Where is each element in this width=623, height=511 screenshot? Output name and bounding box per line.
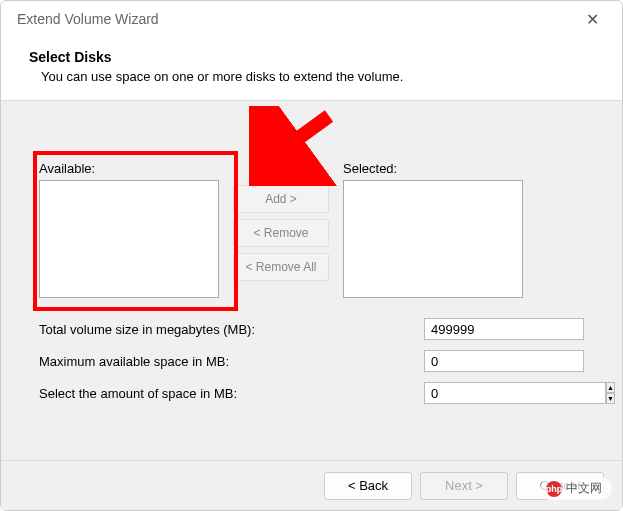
select-space-input[interactable] — [424, 382, 606, 404]
header-section: Select Disks You can use space on one or… — [1, 37, 622, 101]
cancel-button[interactable]: Cancel — [516, 472, 604, 500]
content-area: Available: Add > < Remove < Remove All S… — [1, 101, 622, 460]
select-space-row: Select the amount of space in MB: ▲ ▼ — [39, 382, 584, 404]
add-button[interactable]: Add > — [233, 185, 329, 213]
spinner-buttons: ▲ ▼ — [606, 382, 615, 404]
page-subtitle: You can use space on one or more disks t… — [29, 69, 594, 84]
back-button[interactable]: < Back — [324, 472, 412, 500]
remove-button[interactable]: < Remove — [233, 219, 329, 247]
next-button[interactable]: Next > — [420, 472, 508, 500]
transfer-buttons: Add > < Remove < Remove All — [233, 161, 329, 298]
wizard-footer: < Back Next > Cancel — [1, 460, 622, 510]
total-size-label: Total volume size in megabytes (MB): — [39, 322, 255, 337]
available-label: Available: — [39, 161, 219, 176]
close-icon: ✕ — [586, 10, 599, 29]
info-rows: Total volume size in megabytes (MB): 499… — [39, 318, 584, 404]
titlebar: Extend Volume Wizard ✕ — [1, 1, 622, 37]
selected-label: Selected: — [343, 161, 523, 176]
page-title: Select Disks — [29, 49, 594, 65]
select-space-label: Select the amount of space in MB: — [39, 386, 237, 401]
remove-all-button[interactable]: < Remove All — [233, 253, 329, 281]
svg-line-1 — [267, 116, 329, 161]
close-button[interactable]: ✕ — [574, 5, 610, 33]
spin-up-button[interactable]: ▲ — [606, 382, 615, 393]
spin-down-button[interactable]: ▼ — [606, 393, 615, 404]
available-column: Available: — [39, 161, 219, 298]
max-space-label: Maximum available space in MB: — [39, 354, 229, 369]
total-size-row: Total volume size in megabytes (MB): 499… — [39, 318, 584, 340]
selected-listbox[interactable] — [343, 180, 523, 298]
disk-selection-panel: Available: Add > < Remove < Remove All S… — [39, 161, 584, 298]
window-title: Extend Volume Wizard — [17, 11, 159, 27]
max-space-value: 0 — [424, 350, 584, 372]
wizard-window: Extend Volume Wizard ✕ Select Disks You … — [0, 0, 623, 511]
available-listbox[interactable] — [39, 180, 219, 298]
max-space-row: Maximum available space in MB: 0 — [39, 350, 584, 372]
selected-column: Selected: — [343, 161, 523, 298]
select-space-spinner: ▲ ▼ — [424, 382, 584, 404]
total-size-value: 499999 — [424, 318, 584, 340]
